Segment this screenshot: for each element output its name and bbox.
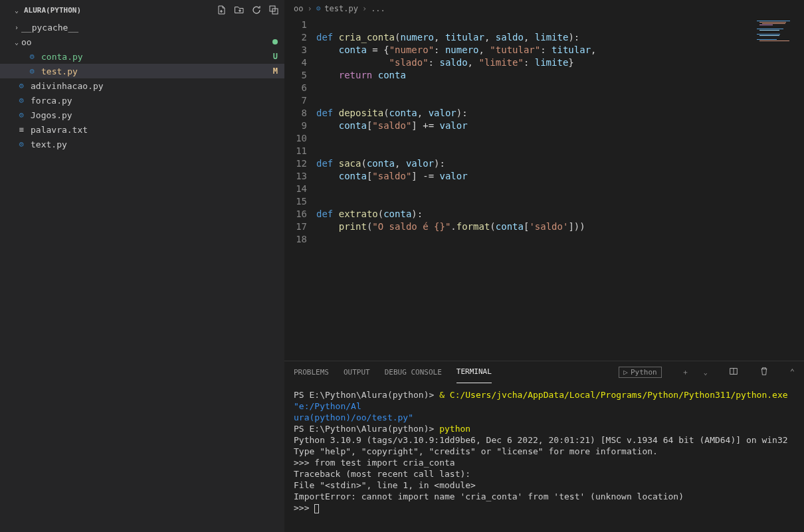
terminal-line: ImportError: cannot import name 'cria_co… [294,491,795,502]
terminal-prompt: >>> [294,503,314,513]
collapse-icon[interactable] [268,5,279,15]
folder-label: __pycache__ [21,23,78,33]
python-icon: ⚙ [316,4,321,13]
chevron-down-icon[interactable]: ⌄ [704,369,708,376]
breadcrumb-symbol: ... [371,4,385,13]
line-gutter: 123456789101112131415161718 [284,17,316,361]
file-label: conta.py [41,52,83,62]
terminal-name: Python [631,368,657,377]
file-label: test.py [41,66,78,76]
refresh-icon[interactable] [251,5,262,15]
tab-problems[interactable]: PROBLEMS [294,361,329,383]
explorer-header: ⌄ ALURA(PYTHON) [0,0,284,20]
split-terminal-icon[interactable] [729,367,738,378]
panel-tabs: PROBLEMS OUTPUT DEBUG CONSOLE TERMINAL ▷… [284,361,804,383]
editor-area: oo › ⚙ test.py › ... 1234567891011121314… [284,0,804,532]
breadcrumb[interactable]: oo › ⚙ test.py › ... [284,0,804,17]
terminal-line: ura(python)/oo/test.py" [294,412,413,422]
explorer-sidebar: ⌄ ALURA(PYTHON) › __pycache__ ⌄ oo ⚙ con… [0,0,284,532]
file-label: adivinhacao.py [31,81,104,91]
folder-label: oo [21,37,32,47]
file-label: Jogos.py [31,110,72,120]
file-label: palavra.txt [31,125,88,135]
python-icon: ⚙ [27,52,37,61]
tab-terminal[interactable]: TERMINAL [456,361,492,383]
cursor-icon [314,504,319,513]
breadcrumb-file: test.py [324,4,358,13]
minimap[interactable] [754,17,804,361]
tab-output[interactable]: OUTPUT [344,361,370,383]
chevron-down-icon: ⌄ [12,39,21,46]
folder-pycache[interactable]: › __pycache__ [0,20,284,35]
terminal-line: Python 3.10.9 (tags/v3.10.9:1dd9be6, Dec… [294,434,795,446]
terminal-selector[interactable]: ▷ Python [619,367,661,378]
file-test-py[interactable]: ⚙ test.py M [0,64,284,78]
terminal-type-icon: ▷ [623,368,628,377]
project-title: ALURA(PYTHON) [24,6,81,15]
kill-terminal-icon[interactable] [759,367,769,378]
terminal-line: PS E:\Python\Alura(python)> [294,424,439,434]
terminal-line: Type "help", "copyright", "credits" or "… [294,446,795,457]
git-status: U [273,52,278,61]
python-icon: ⚙ [16,81,27,90]
chevron-up-icon[interactable]: ⌃ [790,367,795,377]
python-icon: ⚙ [16,96,27,105]
explorer-actions [217,5,279,15]
git-dot-icon [272,39,278,44]
file-tree: › __pycache__ ⌄ oo ⚙ conta.py U ⚙ test.p… [0,20,284,532]
text-icon: ≡ [16,125,27,134]
chevron-right-icon: › [307,4,312,13]
file-conta-py[interactable]: ⚙ conta.py U [0,49,284,64]
file-forca[interactable]: ⚙ forca.py [0,93,284,108]
new-folder-icon[interactable] [234,5,245,15]
chevron-right-icon: › [362,4,367,13]
terminal-line: Traceback (most recent call last): [294,468,795,480]
new-terminal-icon[interactable]: ＋ [682,367,689,377]
python-icon: ⚙ [27,66,37,76]
tab-debug-console[interactable]: DEBUG CONSOLE [385,361,442,383]
file-text[interactable]: ⚙ text.py [0,137,284,151]
terminal-content[interactable]: PS E:\Python\Alura(python)> & C:/Users/j… [284,383,804,532]
new-file-icon[interactable] [217,5,227,15]
folder-oo[interactable]: ⌄ oo [0,35,284,49]
file-label: text.py [31,139,67,149]
file-palavra[interactable]: ≡ palavra.txt [0,122,284,137]
breadcrumb-folder: oo [294,4,303,13]
file-adivinhacao[interactable]: ⚙ adivinhacao.py [0,78,284,93]
terminal-line: PS E:\Python\Alura(python)> [294,390,439,400]
file-label: forca.py [31,96,72,106]
terminal-line: >>> from test import cria_conta [294,457,795,468]
chevron-right-icon: › [12,24,21,31]
chevron-down-icon[interactable]: ⌄ [12,7,21,14]
text-editor[interactable]: 123456789101112131415161718 def cria_con… [284,17,804,361]
code-content[interactable]: def cria_conta(numero, titular, saldo, l… [316,17,754,361]
file-jogos[interactable]: ⚙ Jogos.py [0,108,284,122]
python-icon: ⚙ [16,110,27,120]
python-icon: ⚙ [16,139,27,149]
terminal-line: File "<stdin>", line 1, in <module> [294,480,795,491]
git-status: M [273,66,278,76]
